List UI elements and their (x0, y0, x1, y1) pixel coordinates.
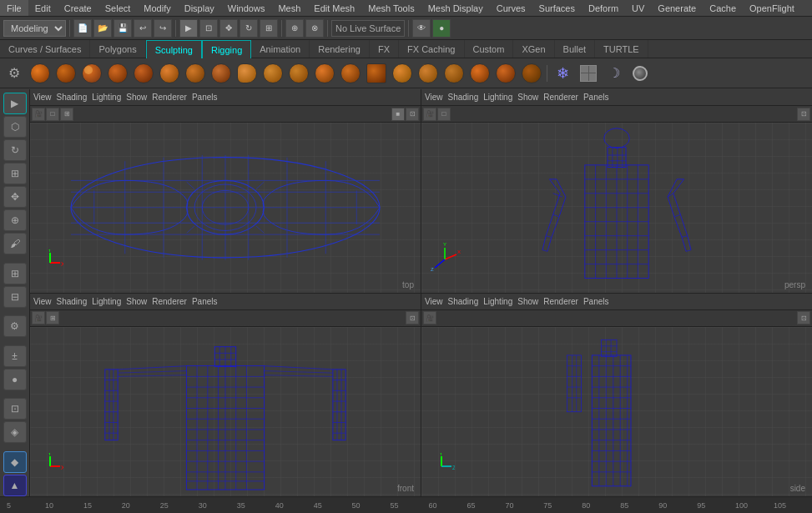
sculpt-tool-8[interactable] (209, 61, 234, 86)
rotate-tool[interactable]: ↻ (240, 19, 258, 38)
sculpt-tool-18[interactable] (467, 61, 492, 86)
sculpt-tool-2[interactable] (53, 61, 78, 86)
vp-side-show-menu[interactable]: Show (517, 297, 538, 306)
vp-side-lighting-menu[interactable]: Lighting (483, 297, 512, 306)
vp-top-camera[interactable]: 🎥 (32, 108, 45, 121)
menu-deform[interactable]: Deform (582, 0, 625, 16)
viewport-top-canvas[interactable]: X Y top (30, 123, 421, 293)
menu-file[interactable]: File (0, 0, 28, 16)
sculpt-tool-4[interactable] (105, 61, 130, 86)
soft-select[interactable]: ⊗ (305, 19, 324, 38)
menu-display[interactable]: Display (178, 0, 221, 16)
vp-front-camera[interactable]: 🎥 (32, 311, 45, 324)
transform-btn[interactable]: ⊡ (3, 398, 27, 420)
undo-btn[interactable]: ↩ (134, 19, 152, 38)
move-tool[interactable]: ✥ (3, 186, 27, 208)
viewport-front-canvas[interactable]: X Y front (30, 327, 421, 497)
viewport-side-canvas[interactable]: Z Y side (421, 327, 812, 497)
vp-front-renderer-menu[interactable]: Renderer (152, 297, 187, 306)
menu-generate[interactable]: Generate (651, 0, 703, 16)
vp-side-shading-menu[interactable]: Shading (448, 297, 479, 306)
brush-size[interactable]: ● (3, 369, 27, 390)
tab-rigging[interactable]: Rigging (202, 40, 251, 58)
tab-turtle[interactable]: TURTLE (595, 40, 648, 58)
vp-persp-view-menu[interactable]: View (425, 93, 443, 102)
plus-minus-btn[interactable]: ± (3, 345, 27, 367)
menu-windows[interactable]: Windows (221, 0, 272, 16)
vp-front-view-menu[interactable]: View (33, 297, 52, 306)
sculpt-tool-6[interactable] (157, 61, 182, 86)
tab-curves-surfaces[interactable]: Curves / Surfaces (0, 40, 90, 58)
vp-top-grid[interactable]: ⊞ (60, 108, 73, 121)
vp-side-camera[interactable]: 🎥 (423, 311, 436, 324)
select-tool[interactable]: ▶ (179, 19, 198, 38)
viewport-persp-canvas[interactable]: X Y Z persp (421, 123, 812, 293)
vp-top-shading[interactable]: ■ (391, 108, 405, 121)
grid-plus[interactable]: ⊞ (3, 263, 27, 284)
sculpt-tool-5[interactable] (131, 61, 156, 86)
scale-tool[interactable]: ⊞ (260, 19, 278, 38)
vp-front-shading-menu[interactable]: Shading (57, 297, 88, 306)
vp-persp-shading-menu[interactable]: Shading (448, 93, 479, 102)
vp-top-shading-menu[interactable]: Shading (57, 93, 88, 102)
vp-side-wire[interactable]: ⊡ (797, 311, 810, 324)
vp-top-show-menu[interactable]: Show (126, 93, 147, 102)
sculpt-tool-1[interactable] (28, 61, 53, 86)
tab-animation[interactable]: Animation (251, 40, 310, 58)
select-arrow-tool[interactable]: ▶ (3, 93, 27, 114)
tab-fx-caching[interactable]: FX Caching (399, 40, 464, 58)
vp-top-renderer-menu[interactable]: Renderer (152, 93, 187, 102)
menu-uv[interactable]: UV (625, 0, 651, 16)
circle-tool[interactable] (628, 61, 653, 86)
vp-top-panels-menu[interactable]: Panels (192, 93, 218, 102)
rotate-tool[interactable]: ↻ (3, 139, 27, 161)
paint-brush[interactable]: 🖌 (3, 233, 27, 254)
menu-openflight[interactable]: OpenFlight (743, 0, 801, 16)
snap-btn[interactable]: ⊕ (285, 19, 304, 38)
vp-side-view-menu[interactable]: View (425, 297, 443, 306)
moon-tool[interactable]: ☽ (602, 61, 627, 86)
tab-fx[interactable]: FX (370, 40, 399, 58)
menu-select[interactable]: Select (98, 0, 138, 16)
vp-persp-wire[interactable]: ⊡ (797, 108, 810, 121)
sculpt-tool-19[interactable] (493, 61, 518, 86)
sculpt-tool-20[interactable] (519, 61, 544, 86)
vp-persp-panels-menu[interactable]: Panels (583, 93, 609, 102)
vp-top-wire[interactable]: ⊡ (406, 108, 419, 121)
new-btn[interactable]: 📄 (73, 19, 92, 38)
vp-top-view-menu[interactable]: View (33, 93, 52, 102)
vp-persp-renderer-menu[interactable]: Renderer (543, 93, 578, 102)
timeline[interactable]: 5 10 15 20 25 30 35 40 45 50 55 60 65 70… (0, 496, 812, 513)
settings-icon-btn[interactable]: ⚙ (2, 61, 27, 86)
vp-front-grid[interactable]: ⊞ (46, 311, 59, 324)
sculpt-tool-13[interactable] (338, 61, 363, 86)
grid-tool[interactable] (576, 61, 601, 86)
menu-mesh-tools[interactable]: Mesh Tools (361, 0, 421, 16)
tab-custom[interactable]: Custom (465, 40, 514, 58)
redo-btn[interactable]: ↪ (154, 19, 172, 38)
snowflake-tool[interactable]: ❄ (550, 61, 575, 86)
menu-modify[interactable]: Modify (137, 0, 177, 16)
open-btn[interactable]: 📂 (93, 19, 112, 38)
tab-sculpting[interactable]: Sculpting (146, 40, 202, 58)
side-settings[interactable]: ⚙ (3, 315, 27, 337)
universal-manip[interactable]: ⊕ (3, 209, 27, 231)
save-btn[interactable]: 💾 (113, 19, 132, 38)
menu-surfaces[interactable]: Surfaces (532, 0, 582, 16)
menu-mesh-display[interactable]: Mesh Display (421, 0, 490, 16)
tab-polygons[interactable]: Polygons (90, 40, 145, 58)
sculpt-tool-16[interactable] (416, 61, 441, 86)
sculpt-tool-14[interactable] (364, 61, 389, 86)
grid-minus[interactable]: ⊟ (3, 286, 27, 308)
view-all[interactable]: ◈ (3, 421, 27, 443)
menu-create[interactable]: Create (58, 0, 98, 16)
sculpt-tool-12[interactable] (312, 61, 337, 86)
sculpt-tool-3[interactable] (79, 61, 104, 86)
menu-edit-mesh[interactable]: Edit Mesh (307, 0, 361, 16)
sculpt-tool-7[interactable] (183, 61, 208, 86)
vp-front-lighting-menu[interactable]: Lighting (92, 297, 121, 306)
vp-top-select[interactable]: □ (46, 108, 59, 121)
scale-tool[interactable]: ⊞ (3, 163, 27, 184)
shape-tool-2[interactable]: ▲ (3, 475, 27, 496)
camera-btn[interactable]: 👁 (412, 19, 431, 38)
